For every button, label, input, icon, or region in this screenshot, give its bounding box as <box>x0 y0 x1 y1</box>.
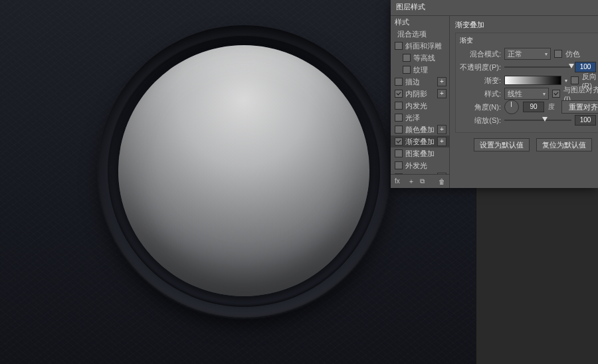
effect-row-outerglow[interactable]: 外发光 <box>391 159 449 171</box>
effect-checkbox[interactable] <box>395 42 403 50</box>
effect-checkbox[interactable] <box>395 137 403 145</box>
effect-row-texture[interactable]: 纹理 <box>391 64 449 76</box>
effect-label: 斜面和浮雕 <box>405 41 447 51</box>
section-title: 渐变叠加 <box>455 20 598 30</box>
opacity-slider[interactable] <box>504 62 571 72</box>
scale-value[interactable]: 100 <box>575 115 596 126</box>
add-instance-icon[interactable]: + <box>437 77 447 86</box>
angle-label: 角度(N): <box>460 102 501 112</box>
scale-label: 缩放(S): <box>460 116 501 126</box>
effect-checkbox[interactable] <box>403 54 411 62</box>
angle-value[interactable]: 90 <box>523 102 544 112</box>
align-layer-checkbox[interactable] <box>552 90 560 98</box>
effect-label: 等高线 <box>413 53 447 63</box>
effect-label: 纹理 <box>413 65 447 75</box>
dither-checkbox[interactable] <box>554 50 562 58</box>
effect-checkbox[interactable] <box>395 90 403 98</box>
blend-mode-label: 混合模式: <box>460 49 501 59</box>
style-label: 样式: <box>460 89 501 99</box>
effect-checkbox[interactable] <box>395 149 403 157</box>
right-panel-dock <box>476 188 598 364</box>
effect-row-bevel[interactable]: 斜面和浮雕 <box>391 40 449 52</box>
angle-dial[interactable] <box>504 100 519 114</box>
blend-mode-value: 正常 <box>508 49 522 59</box>
effect-row-gradoverlay[interactable]: 渐变叠加+ <box>391 136 449 147</box>
add-instance-icon[interactable]: + <box>437 125 447 134</box>
effect-row-innershadow[interactable]: 内阴影+ <box>391 88 449 100</box>
effect-checkbox[interactable] <box>403 66 411 74</box>
dialog-title: 图层样式 <box>391 0 598 16</box>
effect-row-contour[interactable]: 等高线 <box>391 52 449 64</box>
effect-label: 内阴影 <box>405 89 435 99</box>
reset-alignment-button[interactable]: 重置对齐 <box>561 100 598 114</box>
scale-slider[interactable] <box>504 116 571 125</box>
opacity-label: 不透明度(P): <box>460 62 501 72</box>
effect-row-coloroverlay[interactable]: 颜色叠加+ <box>391 124 449 136</box>
make-default-button[interactable]: 设置为默认值 <box>474 138 530 151</box>
fx-icon[interactable]: fx <box>395 177 403 185</box>
blending-options[interactable]: 混合选项 <box>391 28 449 40</box>
effect-label: 颜色叠加 <box>405 125 435 135</box>
group-title: 渐变 <box>460 36 598 45</box>
delete-effect-icon[interactable]: 🗑 <box>439 178 445 185</box>
effect-label: 渐变叠加 <box>405 137 435 147</box>
gradient-swatch[interactable] <box>504 76 561 85</box>
reset-default-button[interactable]: 复位为默认值 <box>536 138 592 151</box>
effect-checkbox[interactable] <box>395 126 403 134</box>
effect-row-innerglow[interactable]: 内发光 <box>391 100 449 112</box>
angle-unit: 度 <box>548 102 555 112</box>
effect-row-stroke[interactable]: 描边+ <box>391 76 449 88</box>
effect-checkbox[interactable] <box>395 102 403 110</box>
effect-checkbox[interactable] <box>395 161 403 169</box>
effect-options-column: 渐变叠加 渐变 混合模式: 正常 ▾ 仿色 不透明度(P): <box>450 16 598 188</box>
effect-row-patternoverlay[interactable]: 图案叠加 <box>391 147 449 159</box>
effect-label: 光泽 <box>405 113 447 123</box>
copy-effect-icon[interactable]: ⧉ <box>420 177 425 185</box>
add-instance-icon[interactable]: + <box>437 89 447 98</box>
effects-list-column: 样式混合选项斜面和浮雕等高线纹理描边+内阴影+内发光光泽颜色叠加+渐变叠加+图案… <box>391 16 450 188</box>
add-instance-icon[interactable]: + <box>437 137 447 146</box>
chevron-down-icon: ▾ <box>545 51 548 57</box>
add-effect-icon[interactable]: + <box>409 178 413 185</box>
effect-checkbox[interactable] <box>395 114 403 122</box>
gradient-style-select[interactable]: 线性 ▾ <box>504 88 549 100</box>
reverse-checkbox[interactable] <box>571 76 579 84</box>
sphere-layer <box>118 45 369 296</box>
chevron-down-icon[interactable]: ▾ <box>565 78 567 84</box>
effect-label: 描边 <box>405 77 435 87</box>
effect-label: 图案叠加 <box>405 149 447 159</box>
blend-mode-select[interactable]: 正常 ▾ <box>504 48 551 60</box>
gradient-group: 渐变 混合模式: 正常 ▾ 仿色 不透明度(P): 100 <box>455 33 598 133</box>
chevron-down-icon: ▾ <box>543 91 546 97</box>
gradient-style-value: 线性 <box>508 89 522 99</box>
effect-label: 外发光 <box>405 161 447 171</box>
effect-row-satin[interactable]: 光泽 <box>391 112 449 124</box>
layer-style-dialog: 图层样式 样式混合选项斜面和浮雕等高线纹理描边+内阴影+内发光光泽颜色叠加+渐变… <box>391 0 598 188</box>
effect-checkbox[interactable] <box>395 78 403 86</box>
effect-label: 内发光 <box>405 101 447 111</box>
gradient-label: 渐变: <box>460 76 501 86</box>
dither-label: 仿色 <box>565 49 580 59</box>
effects-footer: fx + ⧉ 🗑 <box>391 174 449 188</box>
styles-header[interactable]: 样式 <box>391 16 449 28</box>
